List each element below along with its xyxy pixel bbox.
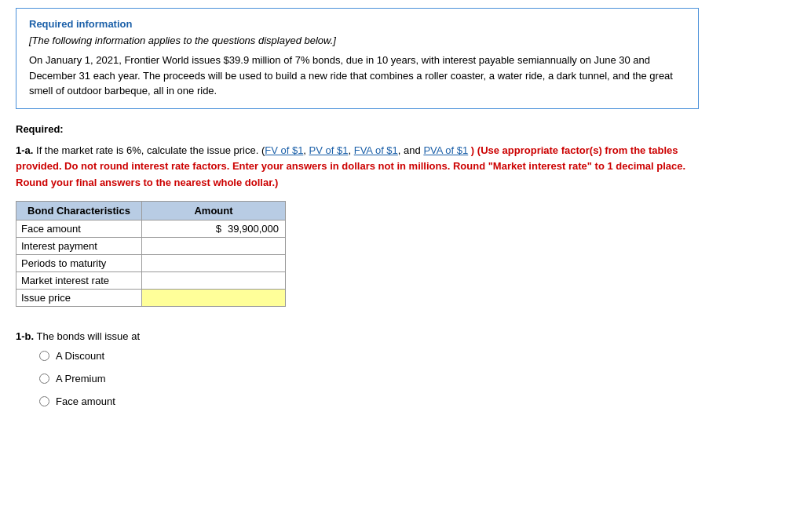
radio-item-discount: A Discount [39,350,788,362]
table-row-amount-0: $39,900,000 [142,220,286,237]
radio-label-face: Face amount [56,395,115,407]
radio-item-face: Face amount [39,395,788,407]
table-row-label-0: Face amount [16,220,142,237]
table-row-amount-4[interactable] [142,289,286,306]
radio-face[interactable] [39,396,49,406]
question-1a-number: 1-a. [16,144,33,156]
question-1a-text: 1-a. If the market rate is 6%, calculate… [16,143,699,191]
link-pv[interactable]: PV of $1 [309,144,349,156]
link-pva[interactable]: PVA of $1 [423,144,468,156]
question-1a-block: 1-a. If the market rate is 6%, calculate… [16,143,699,307]
question-1b-label: The bonds will issue at [37,330,141,342]
radio-label-discount: A Discount [56,350,104,362]
info-subtitle: [The following information applies to th… [29,35,685,46]
table-row-amount-2[interactable] [142,254,286,271]
question-1b-number: 1-b. [16,330,34,342]
radio-group: A DiscountA PremiumFace amount [39,350,788,407]
link-fva[interactable]: FVA of $1 [354,144,398,156]
col2-header: Amount [142,201,286,220]
radio-label-premium: A Premium [56,373,106,384]
table-row-label-4: Issue price [16,289,142,306]
radio-discount[interactable] [39,351,49,361]
question-1b-text: 1-b. The bonds will issue at [16,330,788,342]
col1-header: Bond Characteristics [16,201,142,220]
input-periods-to-maturity[interactable] [147,257,279,269]
required-label: Required: [16,123,788,135]
info-body: On January 1, 2021, Frontier World issue… [29,53,685,99]
question-1a-intro: If the market rate is 6%, calculate the … [36,144,265,156]
question-1b-block: 1-b. The bonds will issue at A DiscountA… [16,330,788,407]
table-row-label-2: Periods to maturity [16,254,142,271]
input-interest-payment[interactable] [147,240,279,252]
input-market-interest-rate[interactable] [147,275,279,286]
table-row-amount-3[interactable] [142,271,286,289]
link-fv[interactable]: FV of $1 [265,144,303,156]
bond-table: Bond Characteristics Amount Face amount$… [16,201,286,307]
comma1: , [303,144,309,156]
info-box: Required information [The following info… [16,8,699,109]
table-row-amount-1[interactable] [142,237,286,254]
table-row-label-3: Market interest rate [16,271,142,289]
radio-premium[interactable] [39,373,49,384]
input-issue-price[interactable] [147,292,279,304]
info-title: Required information [29,18,685,30]
radio-item-premium: A Premium [39,373,788,384]
comma2: , [348,144,353,156]
table-row-label-1: Interest payment [16,237,142,254]
comma3: , and [398,144,424,156]
